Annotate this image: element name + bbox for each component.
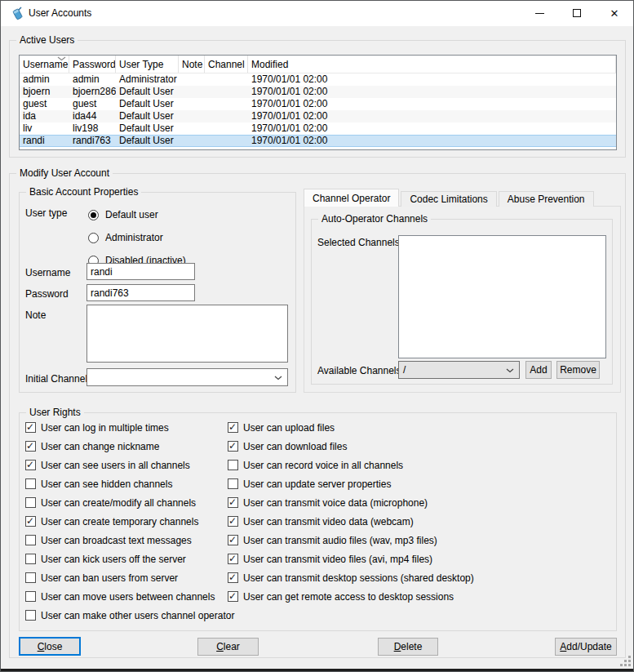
available-channels-combobox[interactable]: / (398, 361, 520, 379)
cell-user_type: Default User (116, 110, 179, 122)
close-window-button[interactable]: ✕ (596, 1, 633, 25)
checkbox-label: User can transmit video files (avi, mp4 … (243, 554, 432, 565)
table-row-ida[interactable]: idaida44Default User1970/01/01 02:00 (20, 110, 616, 122)
column-header-note[interactable]: Note (179, 56, 205, 73)
checkbox-user-can-log-in-multiple-times[interactable]: User can log in multiple times (25, 418, 234, 437)
table-row-guest[interactable]: guestguestDefault User1970/01/01 02:00 (20, 98, 616, 110)
user-type-radio-group: Default userAdministratorDisabled (inact… (88, 203, 186, 272)
cell-password: randi763 (69, 136, 116, 146)
checkbox-user-can-kick-users-off-the-server[interactable]: User can kick users off the server (25, 550, 234, 568)
tab-codec-limitations[interactable]: Codec Limitations (401, 191, 496, 207)
radio-icon (88, 210, 99, 220)
checkbox-user-can-create-modify-all-channels[interactable]: User can create/modify all channels (25, 493, 234, 512)
checkbox-icon (228, 591, 238, 602)
tab-channel-operator[interactable]: Channel Operator (304, 189, 399, 207)
delete-button[interactable]: Delete (378, 638, 438, 656)
checkbox-user-can-get-remote-access-to-desktop-sessions[interactable]: User can get remote access to desktop se… (228, 587, 474, 606)
password-input[interactable] (86, 284, 195, 301)
checkbox-label: User can record voice in all channels (243, 460, 403, 471)
checkbox-user-can-update-server-properties[interactable]: User can update server properties (228, 474, 474, 493)
checkbox-label: User can see users in all channels (41, 460, 190, 471)
user-rights-right-column: User can upload filesUser can download f… (228, 418, 474, 606)
table-row-bjoern[interactable]: bjoernbjoern286Default User1970/01/01 02… (20, 86, 616, 98)
checkbox-label: User can broadcast text messages (41, 535, 192, 546)
checkbox-label: User can upload files (243, 422, 335, 434)
clear-button[interactable]: Clear (197, 638, 259, 656)
checkbox-user-can-download-files[interactable]: User can download files (228, 437, 474, 456)
column-header-user-type[interactable]: User Type (116, 56, 179, 73)
cell-modified: 1970/01/01 02:00 (248, 98, 616, 110)
checkbox-user-can-transmit-video-data-webcam-[interactable]: User can transmit video data (webcam) (228, 512, 474, 531)
available-channels-label: Available Channels (317, 365, 401, 376)
cell-password: bjoern286 (69, 86, 116, 98)
titlebar[interactable]: User Accounts ✕ (1, 1, 634, 26)
cell-modified: 1970/01/01 02:00 (248, 86, 616, 98)
checkbox-icon (25, 554, 36, 564)
checkbox-user-can-transmit-audio-files-wav-mp3-files-[interactable]: User can transmit audio files (wav, mp3 … (228, 531, 474, 550)
checkbox-label: User can see hidden channels (41, 478, 172, 490)
table-row-admin[interactable]: adminadminAdministrator1970/01/01 02:00 (20, 73, 616, 86)
checkbox-user-can-transmit-video-files-avi-mp4-files-[interactable]: User can transmit video files (avi, mp4 … (228, 550, 474, 568)
app-icon (11, 7, 24, 20)
column-header-channel[interactable]: Channel (205, 56, 248, 73)
remove-button[interactable]: Remove (556, 361, 600, 379)
maximize-button[interactable] (558, 1, 596, 25)
checkbox-label: User can transmit voice data (microphone… (243, 497, 428, 509)
cell-channel (205, 73, 248, 86)
tab-abuse-prevention[interactable]: Abuse Prevention (499, 191, 594, 207)
radio-label: Default user (105, 209, 158, 220)
add-button[interactable]: Add (525, 361, 552, 379)
initial-channel-combobox[interactable] (86, 368, 288, 386)
checkbox-user-can-transmit-voice-data-microphone-[interactable]: User can transmit voice data (microphone… (228, 493, 474, 512)
checkbox-label: User can make other users channel operat… (41, 610, 234, 621)
checkbox-user-can-upload-files[interactable]: User can upload files (228, 418, 474, 437)
cell-note (179, 122, 205, 135)
checkbox-icon (25, 572, 36, 583)
cell-username: admin (20, 73, 69, 86)
close-button[interactable]: Close (19, 637, 81, 656)
checkbox-user-can-see-users-in-all-channels[interactable]: User can see users in all channels (25, 456, 234, 474)
checkbox-user-can-broadcast-text-messages[interactable]: User can broadcast text messages (25, 531, 234, 550)
auto-operator-group-label: Auto-Operator Channels (318, 213, 431, 225)
username-input[interactable] (86, 263, 195, 280)
checkbox-icon (25, 516, 36, 527)
chevron-down-icon (274, 376, 282, 381)
checkbox-user-can-record-voice-in-all-channels[interactable]: User can record voice in all channels (228, 456, 474, 474)
radio-option-default-user[interactable]: Default user (88, 203, 186, 226)
checkbox-user-can-change-nickname[interactable]: User can change nickname (25, 437, 234, 456)
table-row-liv[interactable]: livliv198Default User1970/01/01 02:00 (20, 122, 616, 135)
checkbox-icon (228, 554, 238, 564)
cell-modified: 1970/01/01 02:00 (248, 73, 616, 86)
checkbox-icon (228, 460, 238, 470)
checkbox-icon (25, 591, 36, 602)
cell-user_type: Default User (116, 86, 179, 98)
user-rights-left-column: User can log in multiple timesUser can c… (25, 418, 234, 625)
cell-channel (205, 86, 248, 98)
resize-grip[interactable] (620, 656, 632, 666)
column-header-password[interactable]: Password (69, 56, 116, 73)
selected-channels-listbox[interactable] (398, 235, 606, 358)
active-users-table[interactable]: UsernamePasswordUser TypeNoteChannelModi… (19, 55, 617, 150)
checkbox-user-can-transmit-desktop-sessions-shared-deskto[interactable]: User can transmit desktop sessions (shar… (228, 568, 474, 587)
user-accounts-dialog: User Accounts ✕ Active Users UsernamePas… (0, 0, 634, 672)
note-label: Note (25, 309, 46, 321)
minimize-button[interactable] (521, 1, 558, 25)
cell-password: liv198 (69, 122, 116, 135)
checkbox-icon (228, 516, 238, 527)
cell-username: guest (20, 98, 69, 110)
note-textarea[interactable] (86, 305, 288, 363)
column-header-modified[interactable]: Modified (248, 56, 616, 73)
username-label: Username (25, 267, 70, 278)
checkbox-user-can-create-temporary-channels[interactable]: User can create temporary channels (25, 512, 234, 531)
checkbox-user-can-make-other-users-channel-operator[interactable]: User can make other users channel operat… (25, 606, 234, 625)
add-update-button[interactable]: Add/Update (555, 638, 617, 656)
checkbox-user-can-see-hidden-channels[interactable]: User can see hidden channels (25, 474, 234, 493)
radio-label: Administrator (105, 232, 163, 243)
radio-option-administrator[interactable]: Administrator (88, 226, 186, 249)
checkbox-user-can-move-users-between-channels[interactable]: User can move users between channels (25, 587, 234, 606)
table-row-randi[interactable]: randirandi763Default User1970/01/01 02:0… (20, 135, 616, 147)
cell-password: guest (69, 98, 116, 110)
available-channel-value: / (403, 364, 406, 376)
cell-modified: 1970/01/01 02:00 (248, 122, 616, 135)
checkbox-user-can-ban-users-from-server[interactable]: User can ban users from server (25, 568, 234, 587)
